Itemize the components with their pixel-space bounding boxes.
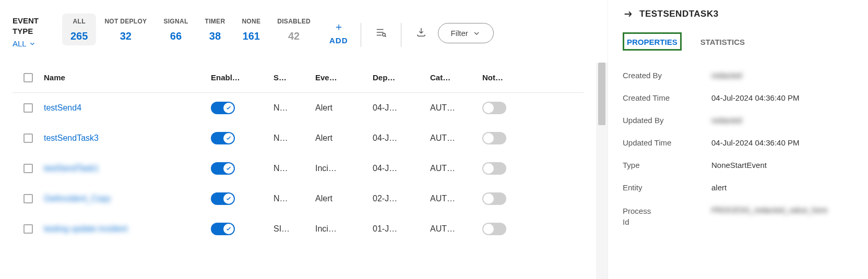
row-cat: AUT… xyxy=(430,224,482,234)
property-label: Updated By xyxy=(623,116,701,125)
counter-not-deploy[interactable]: NOT DEPLOY32 xyxy=(96,14,155,45)
row-checkbox[interactable] xyxy=(23,134,33,143)
property-label: Created Time xyxy=(623,93,701,102)
col-notify[interactable]: Not… xyxy=(482,73,540,82)
counter-none[interactable]: NONE161 xyxy=(233,14,269,45)
download-icon[interactable] xyxy=(414,25,429,40)
counter-value: 42 xyxy=(277,30,311,42)
enabled-toggle[interactable] xyxy=(211,102,235,114)
notify-toggle[interactable] xyxy=(482,102,506,114)
property-value: PROCESS_redacted_value_here xyxy=(711,205,828,227)
counter-all[interactable]: ALL265 xyxy=(62,14,96,45)
property-label: Updated Time xyxy=(623,138,701,147)
separator xyxy=(401,23,401,47)
counter-label: ALL xyxy=(70,18,88,25)
col-event[interactable]: Eve… xyxy=(315,73,373,82)
row-deploy: 01-J… xyxy=(373,224,430,234)
notify-toggle[interactable] xyxy=(482,223,506,235)
details-panel: TESTSENDTASK3 PROPERTIES STATISTICS Crea… xyxy=(608,0,868,279)
property-label: Created By xyxy=(623,71,701,80)
table-row: testing update incidentSI…Inci…01-J…AUT… xyxy=(13,214,584,244)
row-cat: AUT… xyxy=(430,134,482,143)
details-title-row: TESTSENDTASK3 xyxy=(623,8,858,20)
property-value: NoneStartEvent xyxy=(711,161,767,169)
row-name[interactable]: GetIncident_Copy xyxy=(44,194,211,203)
enabled-toggle[interactable] xyxy=(211,132,235,144)
row-notify xyxy=(482,223,540,235)
row-enabled xyxy=(211,102,274,114)
row-checkbox[interactable] xyxy=(23,164,33,173)
table-header: Name Enabl… S… Eve… Dep… Cat… Not… xyxy=(13,63,584,93)
chevron-down-icon xyxy=(29,40,36,47)
row-select-cell xyxy=(13,103,44,113)
counter-timer[interactable]: TIMER38 xyxy=(197,14,234,45)
col-deploy[interactable]: Dep… xyxy=(373,73,430,82)
row-name[interactable]: testSendTask1 xyxy=(44,164,211,173)
row-enabled xyxy=(211,162,274,175)
notify-toggle[interactable] xyxy=(482,192,506,205)
row-event: Alert xyxy=(315,103,373,113)
tab-properties[interactable]: PROPERTIES xyxy=(623,32,682,51)
property-label: Entity xyxy=(623,183,701,192)
tab-statistics[interactable]: STATISTICS xyxy=(696,32,749,51)
row-enabled xyxy=(211,192,274,205)
counter-signal[interactable]: SIGNAL66 xyxy=(155,14,196,45)
table-row: GetIncident_CopyN…Alert02-J…AUT… xyxy=(13,184,584,214)
row-name[interactable]: testSendTask3 xyxy=(44,134,211,143)
row-deploy: 04-J… xyxy=(373,134,430,143)
row-s: SI… xyxy=(274,224,315,234)
property-value: redacted xyxy=(711,71,742,80)
table-wrap: Name Enabl… S… Eve… Dep… Cat… Not… testS… xyxy=(0,63,608,279)
property-label: Type xyxy=(623,161,701,169)
property-row: TypeNoneStartEvent xyxy=(623,154,858,176)
property-row: Updated Time04-Jul-2024 04:36:40 PM xyxy=(623,131,858,154)
enabled-toggle[interactable] xyxy=(211,192,235,205)
row-name[interactable]: testing update incident xyxy=(44,224,211,234)
col-enabled[interactable]: Enabl… xyxy=(211,73,274,82)
col-cat[interactable]: Cat… xyxy=(430,73,482,82)
filter-button[interactable]: Filter xyxy=(438,23,494,43)
add-label: ADD xyxy=(329,36,348,45)
notify-toggle[interactable] xyxy=(482,162,506,175)
scrollbar-thumb[interactable] xyxy=(598,63,605,125)
search-settings-icon[interactable] xyxy=(374,25,388,40)
counter-label: DISABLED xyxy=(277,18,311,25)
row-select-cell xyxy=(13,224,44,234)
top-bar: EVENT TYPE ALL ALL265NOT DEPLOY32SIGNAL6… xyxy=(0,0,608,63)
select-all-checkbox[interactable] xyxy=(23,73,33,82)
property-value: 04-Jul-2024 04:36:40 PM xyxy=(711,93,799,102)
add-button[interactable]: ＋ ADD xyxy=(329,10,348,45)
col-s[interactable]: S… xyxy=(274,73,315,82)
row-s: N… xyxy=(274,103,315,113)
vertical-scrollbar[interactable] xyxy=(596,63,608,279)
row-cat: AUT… xyxy=(430,194,482,203)
notify-toggle[interactable] xyxy=(482,132,506,144)
table-row: testSend4N…Alert04-J…AUT… xyxy=(13,93,584,123)
enabled-toggle[interactable] xyxy=(211,162,235,175)
property-value: 04-Jul-2024 04:36:40 PM xyxy=(711,138,799,147)
counter-label: NOT DEPLOY xyxy=(104,18,147,25)
property-row: Updated Byredacted xyxy=(623,109,858,131)
separator xyxy=(361,23,361,47)
property-row: Entityalert xyxy=(623,176,858,199)
row-checkbox[interactable] xyxy=(23,103,33,113)
row-s: N… xyxy=(274,134,315,143)
row-notify xyxy=(482,132,540,144)
row-name[interactable]: testSend4 xyxy=(44,103,211,113)
counter-disabled[interactable]: DISABLED42 xyxy=(269,14,319,45)
enabled-toggle[interactable] xyxy=(211,223,235,235)
row-checkbox[interactable] xyxy=(23,194,33,203)
row-checkbox[interactable] xyxy=(23,224,33,234)
row-notify xyxy=(482,162,540,175)
col-name[interactable]: Name xyxy=(44,73,211,82)
table-row: testSendTask1N…Inci…04-J…AUT… xyxy=(13,153,584,184)
event-type-label-2: TYPE xyxy=(13,26,62,37)
row-notify xyxy=(482,192,540,205)
row-event: Alert xyxy=(315,194,373,203)
property-row: Created Byredacted xyxy=(623,64,858,87)
row-deploy: 04-J… xyxy=(373,164,430,173)
counter-label: TIMER xyxy=(205,18,225,25)
filter-label: Filter xyxy=(451,29,468,38)
events-table: Name Enabl… S… Eve… Dep… Cat… Not… testS… xyxy=(0,63,596,279)
event-type-all-dropdown[interactable]: ALL xyxy=(13,39,62,48)
